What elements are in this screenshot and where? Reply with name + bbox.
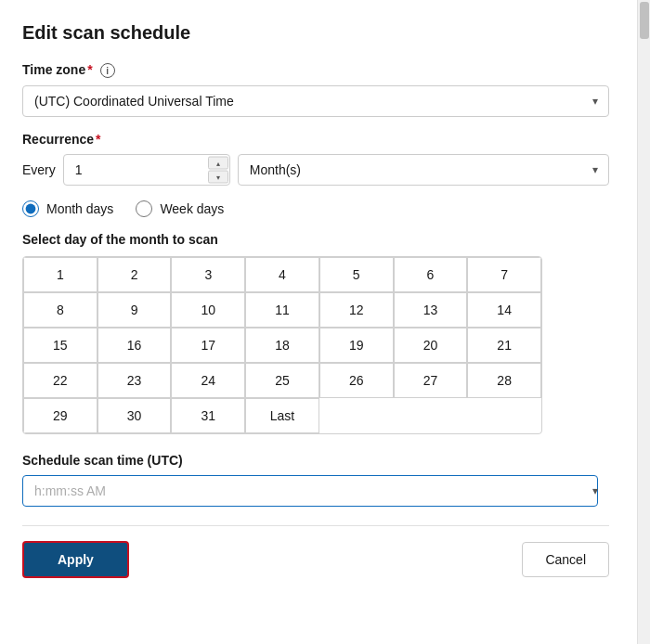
recurrence-label-text: Recurrence [22,132,94,147]
month-days-radio-item[interactable]: Month days [22,200,113,217]
scrollbar-thumb [640,2,649,39]
every-input-wrapper: ▴ ▾ [63,154,230,186]
cal-day-20[interactable]: 20 [394,328,468,363]
day-select-label: Select day of the month to scan [22,232,609,247]
cal-day-4[interactable]: 4 [245,257,319,292]
cal-day-3[interactable]: 3 [171,257,245,292]
time-input-wrapper: ▾ [22,475,609,507]
week-days-radio-item[interactable]: Week days [136,200,224,217]
cal-day-23[interactable]: 23 [98,363,172,398]
cal-day-31[interactable]: 31 [171,398,245,433]
cal-day-28[interactable]: 28 [467,363,541,398]
cal-day-12[interactable]: 12 [319,292,394,328]
recurrence-required: * [96,132,100,147]
cal-day-10[interactable]: 10 [171,292,245,328]
cal-day-6[interactable]: 6 [394,257,468,292]
calendar-grid: 1234567891011121314151617181920212223242… [22,256,542,434]
recurrence-type-group: Month days Week days [22,200,609,217]
timezone-select[interactable]: (UTC) Coordinated Universal Time [22,85,609,117]
scrollbar[interactable] [637,0,650,644]
every-input[interactable] [63,154,230,186]
day-selection-section: Select day of the month to scan 12345678… [22,232,609,434]
cal-day-1[interactable]: 1 [23,257,98,292]
cal-day-2[interactable]: 2 [98,257,172,292]
spinner-down-button[interactable]: ▾ [208,171,228,184]
cal-day-18[interactable]: 18 [245,328,319,363]
cal-day-22[interactable]: 22 [23,363,98,398]
cancel-button[interactable]: Cancel [522,542,609,577]
cal-day-14[interactable]: 14 [467,292,541,328]
week-days-label: Week days [160,201,224,216]
cal-day-8[interactable]: 8 [23,292,98,328]
scan-time-input[interactable] [22,475,598,507]
cal-day-7[interactable]: 7 [467,257,541,292]
apply-button[interactable]: Apply [22,541,129,578]
timezone-select-wrapper: (UTC) Coordinated Universal Time ▾ [22,85,609,117]
cal-day-9[interactable]: 9 [98,292,172,328]
main-content: Edit scan schedule Time zone* i (UTC) Co… [22,22,628,578]
spinner-up-button[interactable]: ▴ [208,157,228,170]
timezone-section: Time zone* i (UTC) Coordinated Universal… [22,62,609,117]
footer: Apply Cancel [22,525,609,578]
spinners: ▴ ▾ [208,157,228,184]
period-select[interactable]: Day(s) Week(s) Month(s) Year(s) [238,154,609,186]
timezone-label: Time zone* i [22,62,609,78]
cal-day-13[interactable]: 13 [394,292,468,328]
cal-day-24[interactable]: 24 [171,363,245,398]
recurrence-label: Recurrence* [22,132,609,147]
cal-day-last[interactable]: Last [245,398,319,433]
cal-day-29[interactable]: 29 [23,398,98,433]
week-days-radio[interactable] [136,200,152,217]
dialog-title: Edit scan schedule [22,22,609,44]
timezone-info-icon[interactable]: i [100,63,115,78]
cal-day-25[interactable]: 25 [245,363,319,398]
scan-time-section: Schedule scan time (UTC) ▾ [22,453,609,507]
cal-day-26[interactable]: 26 [319,363,394,398]
cal-day-11[interactable]: 11 [245,292,319,328]
month-days-radio[interactable] [22,200,39,217]
cal-day-19[interactable]: 19 [319,328,394,363]
cal-day-17[interactable]: 17 [171,328,245,363]
recurrence-section: Recurrence* Every ▴ ▾ Day(s) Week(s) Mon… [22,132,609,186]
cal-day-5[interactable]: 5 [319,257,394,292]
cal-day-16[interactable]: 16 [98,328,172,363]
cal-day-15[interactable]: 15 [23,328,98,363]
scan-time-label: Schedule scan time (UTC) [22,453,609,468]
cal-day-30[interactable]: 30 [98,398,172,433]
cal-day-27[interactable]: 27 [394,363,468,398]
timezone-required: * [87,62,92,77]
every-label: Every [22,162,56,177]
recurrence-row: Every ▴ ▾ Day(s) Week(s) Month(s) Year(s… [22,154,609,186]
month-days-label: Month days [46,201,113,216]
timezone-label-text: Time zone [22,62,85,77]
cal-day-21[interactable]: 21 [467,328,541,363]
period-select-wrapper: Day(s) Week(s) Month(s) Year(s) ▾ [238,154,609,186]
edit-scan-schedule-dialog: Edit scan schedule Time zone* i (UTC) Co… [0,0,650,644]
